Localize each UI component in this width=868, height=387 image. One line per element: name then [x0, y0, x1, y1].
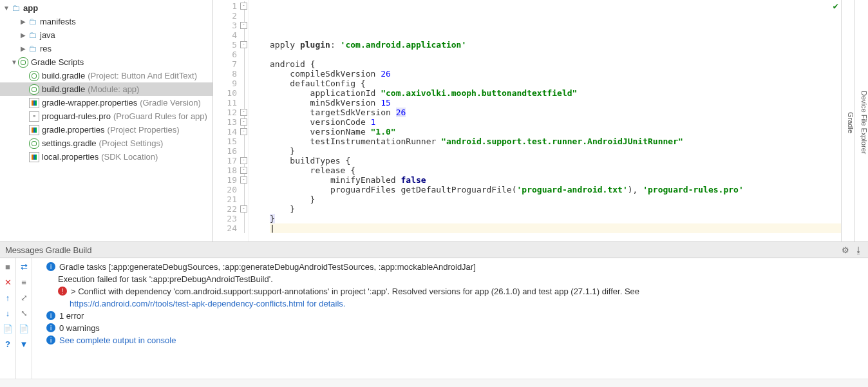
message-row[interactable]: i Gradle tasks [:app:generateDebugSource…: [46, 261, 862, 273]
code-line[interactable]: targetSdkVersion 26: [270, 108, 841, 117]
sort-icon[interactable]: ≡: [16, 276, 32, 288]
line-number-gutter[interactable]: 1-23-45-6789101112-13-14-151617-18-19-20…: [213, 0, 249, 241]
line-number[interactable]: 19-: [213, 175, 249, 185]
up-arrow-icon[interactable]: ↑: [0, 292, 15, 303]
fold-toggle-icon[interactable]: -: [240, 118, 247, 126]
fold-toggle-icon[interactable]: -: [240, 157, 247, 164]
line-number[interactable]: 9: [213, 79, 249, 88]
line-number[interactable]: 2: [213, 11, 249, 21]
gradle-tool-tab[interactable]: Gradle: [841, 0, 854, 241]
tree-node-java[interactable]: ▶🗀 java: [0, 28, 212, 42]
fold-toggle-icon[interactable]: -: [240, 41, 247, 48]
code-area[interactable]: 💡 ✔ apply plugin: 'com.android.applicati…: [249, 0, 841, 241]
fold-toggle-icon[interactable]: -: [240, 205, 247, 212]
code-line[interactable]: apply plugin: 'com.android.application': [270, 40, 841, 50]
code-line[interactable]: }: [270, 146, 841, 156]
code-line[interactable]: testInstrumentationRunner "android.suppo…: [270, 137, 841, 146]
code-line[interactable]: }: [270, 194, 841, 204]
filter-icon[interactable]: ▼: [16, 338, 32, 350]
tree-node-res[interactable]: ▶🗀 res: [0, 42, 212, 55]
settings-icon[interactable]: ⚙: [842, 245, 849, 255]
fold-toggle-icon[interactable]: -: [240, 3, 247, 10]
expand-all-icon[interactable]: ⤢: [16, 292, 32, 303]
line-number[interactable]: 24: [213, 223, 249, 233]
line-number[interactable]: 7: [213, 59, 249, 69]
message-row[interactable]: i 0 warnings: [46, 322, 862, 334]
tree-node-app[interactable]: ▼ 🗀 app: [0, 1, 212, 15]
message-row[interactable]: i 1 error: [46, 310, 862, 322]
line-number[interactable]: 5-: [213, 40, 249, 50]
code-line[interactable]: |: [270, 223, 841, 233]
tree-toggle-icon[interactable]: ⇄: [16, 261, 32, 272]
tree-file-4[interactable]: gradle.properties (Project Properties): [0, 123, 212, 137]
line-number[interactable]: 16: [213, 146, 249, 156]
line-number[interactable]: 3-: [213, 21, 249, 30]
line-number[interactable]: 6: [213, 50, 249, 59]
fold-toggle-icon[interactable]: -: [240, 167, 247, 174]
tree-file-2[interactable]: gradle-wrapper.properties (Gradle Versio…: [0, 96, 212, 109]
tree-file-1[interactable]: build.gradle (Module: app): [0, 82, 212, 96]
line-number[interactable]: 8: [213, 69, 249, 79]
message-link[interactable]: https://d.android.com/r/tools/test-apk-d…: [70, 297, 345, 310]
collapse-all-icon[interactable]: ⤡: [16, 307, 32, 319]
code-line[interactable]: versionCode 1: [270, 117, 841, 127]
message-row[interactable]: ! > Conflict with dependency 'com.androi…: [58, 285, 862, 297]
line-number[interactable]: 18-: [213, 165, 249, 175]
line-number[interactable]: 21: [213, 194, 249, 204]
message-row[interactable]: Execution failed for task ':app:preDebug…: [58, 273, 862, 285]
stop-icon[interactable]: ■: [0, 261, 15, 272]
info-icon: i: [46, 323, 55, 332]
code-line[interactable]: compileSdkVersion 26: [270, 69, 841, 79]
line-number[interactable]: 23: [213, 214, 249, 223]
fold-toggle-icon[interactable]: -: [240, 109, 247, 116]
code-line[interactable]: buildTypes {: [270, 156, 841, 165]
export-icon[interactable]: 📄: [0, 323, 15, 334]
code-line[interactable]: }: [270, 214, 841, 223]
messages-header[interactable]: Messages Gradle Build ⚙ ⭳: [0, 242, 868, 258]
tree-file-5[interactable]: settings.gradle (Project Settings): [0, 137, 212, 150]
code-line[interactable]: minifyEnabled false: [270, 175, 841, 185]
line-number[interactable]: 10: [213, 88, 249, 98]
tree-file-3[interactable]: ≡proguard-rules.pro (ProGuard Rules for …: [0, 109, 212, 123]
messages-content[interactable]: i Gradle tasks [:app:generateDebugSource…: [32, 258, 868, 379]
project-tree[interactable]: ▼ 🗀 app ▶🗀 manifests ▶🗀 java ▶🗀 res ▼ Gr…: [0, 0, 213, 241]
code-line[interactable]: android {: [270, 59, 841, 69]
download-icon[interactable]: ⭳: [854, 245, 863, 255]
code-line[interactable]: proguardFiles getDefaultProguardFile('pr…: [270, 185, 841, 194]
code-line[interactable]: minSdkVersion 15: [270, 98, 841, 108]
code-line[interactable]: }: [270, 204, 841, 214]
fold-toggle-icon[interactable]: -: [240, 128, 247, 135]
fold-toggle-icon[interactable]: -: [240, 22, 247, 29]
line-number[interactable]: 1-: [213, 1, 249, 11]
tree-file-0[interactable]: build.gradle (Project: Button And EditTe…: [0, 69, 212, 82]
console-link[interactable]: See complete output in console: [59, 334, 176, 346]
line-number[interactable]: 15: [213, 137, 249, 146]
line-number[interactable]: 13-: [213, 117, 249, 127]
line-number[interactable]: 20: [213, 185, 249, 194]
close-icon[interactable]: ✕: [0, 276, 15, 288]
fold-toggle-icon[interactable]: -: [240, 176, 247, 184]
code-line[interactable]: versionName "1.0": [270, 127, 841, 137]
message-row[interactable]: https://d.android.com/r/tools/test-apk-d…: [70, 297, 862, 310]
tree-node-manifests[interactable]: ▶🗀 manifests: [0, 15, 212, 28]
message-row[interactable]: i See complete output in console: [46, 334, 862, 346]
code-line[interactable]: [270, 233, 841, 241]
line-number[interactable]: 17-: [213, 156, 249, 165]
tree-file-6[interactable]: local.properties (SDK Location): [0, 150, 212, 164]
line-number[interactable]: 22-: [213, 204, 249, 214]
code-line[interactable]: release {: [270, 165, 841, 175]
code-line[interactable]: defaultConfig {: [270, 79, 841, 88]
code-editor[interactable]: 1-23-45-6789101112-13-14-151617-18-19-20…: [213, 0, 841, 241]
code-line[interactable]: applicationId "com.axivolki.mooph.button…: [270, 88, 841, 98]
code-line[interactable]: [270, 50, 841, 59]
device-file-explorer-tab[interactable]: Device File Explorer: [854, 0, 868, 241]
info-icon: i: [46, 311, 55, 320]
line-number[interactable]: 11: [213, 98, 249, 108]
line-number[interactable]: 4: [213, 30, 249, 40]
file-icon[interactable]: 📄: [16, 323, 32, 334]
line-number[interactable]: 14-: [213, 127, 249, 137]
down-arrow-icon[interactable]: ↓: [0, 307, 15, 319]
line-number[interactable]: 12-: [213, 108, 249, 117]
tree-node-gradle-scripts[interactable]: ▼ Gradle Scripts: [0, 55, 212, 69]
help-icon[interactable]: ?: [0, 338, 15, 350]
